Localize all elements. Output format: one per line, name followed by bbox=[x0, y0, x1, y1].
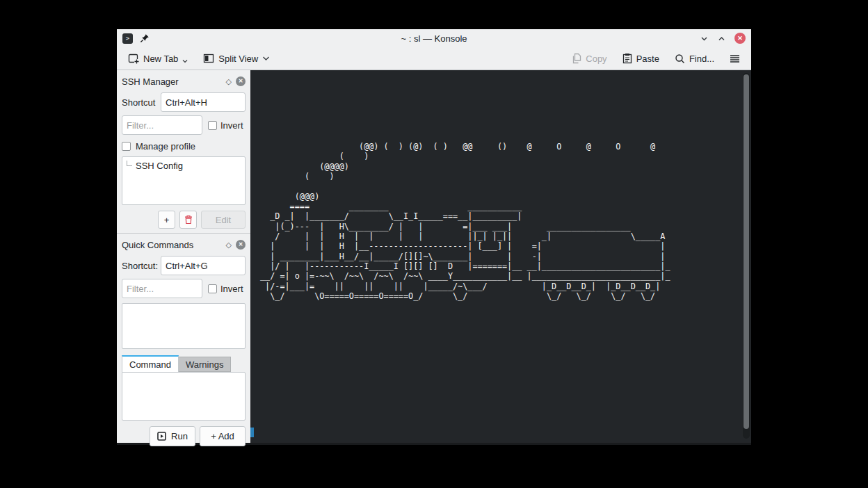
hamburger-menu-icon bbox=[730, 54, 740, 63]
split-view-button[interactable]: Split View bbox=[199, 50, 274, 67]
find-button[interactable]: Find... bbox=[670, 51, 718, 67]
copy-button[interactable]: Copy bbox=[567, 50, 611, 67]
find-label: Find... bbox=[689, 54, 714, 64]
sl-ascii-art: (@@) ( ) (@) ( ) @@ () @ O @ O @ ( ) (@@… bbox=[260, 142, 670, 302]
copy-label: Copy bbox=[586, 54, 606, 64]
new-tab-icon bbox=[128, 53, 139, 64]
chevron-down-icon bbox=[262, 56, 270, 61]
run-button[interactable]: Run bbox=[150, 426, 195, 446]
run-icon bbox=[157, 432, 166, 441]
hamburger-menu-button[interactable] bbox=[725, 51, 744, 66]
paste-button[interactable]: Paste bbox=[618, 50, 664, 67]
tab-command[interactable]: Command bbox=[122, 355, 179, 372]
close-window-button[interactable]: ✕ bbox=[734, 33, 746, 44]
terminal-display[interactable]: (@@) ( ) (@) ( ) @@ () @ O @ O @ ( ) (@@… bbox=[250, 70, 751, 443]
ssh-filter-input[interactable] bbox=[122, 115, 202, 135]
new-tab-button[interactable]: New Tab bbox=[124, 50, 192, 67]
split-view-label: Split View bbox=[218, 54, 258, 64]
scrollbar-thumb[interactable] bbox=[744, 74, 749, 429]
split-view-icon bbox=[203, 53, 214, 64]
konsole-window: > ~ : sl — Konsole ✕ New Tab bbox=[117, 29, 751, 445]
manage-profile-checkbox[interactable] bbox=[122, 142, 131, 151]
edit-ssh-button[interactable]: Edit bbox=[201, 211, 246, 229]
qc-tabbar: Command Warnings bbox=[122, 355, 246, 372]
sidebar: SSH Manager ◇ ✕ Shortcut Invert bbox=[117, 70, 250, 443]
close-panel-icon[interactable]: ✕ bbox=[236, 240, 246, 250]
tab-warnings[interactable]: Warnings bbox=[179, 357, 231, 372]
copy-icon bbox=[571, 53, 581, 64]
qc-shortcut-input[interactable] bbox=[161, 256, 246, 275]
ssh-invert-checkbox[interactable] bbox=[208, 121, 217, 130]
toolbar: New Tab Split View Copy bbox=[117, 47, 751, 70]
quick-commands-list[interactable] bbox=[122, 303, 246, 349]
tree-item-ssh-config[interactable]: SSH Config bbox=[125, 159, 242, 172]
minimize-button[interactable] bbox=[700, 34, 709, 43]
paste-icon bbox=[622, 53, 632, 64]
terminal-cursor bbox=[250, 428, 254, 437]
ssh-manager-panel: SSH Manager ◇ ✕ Shortcut Invert bbox=[117, 70, 250, 234]
plus-icon: + bbox=[164, 215, 170, 225]
caret-down-icon bbox=[182, 59, 188, 63]
manage-profile-label: Manage profile bbox=[136, 141, 195, 152]
window-title: ~ : sl — Konsole bbox=[117, 33, 751, 44]
quick-commands-panel: Quick Commands ◇ ✕ Shortcut: Invert bbox=[117, 234, 250, 450]
detach-panel-icon[interactable]: ◇ bbox=[226, 241, 232, 249]
shortcut-label: Shortcut bbox=[122, 97, 155, 108]
qc-invert-label: Invert bbox=[220, 284, 243, 294]
titlebar: > ~ : sl — Konsole ✕ bbox=[117, 29, 751, 47]
maximize-button[interactable] bbox=[717, 34, 726, 43]
paste-label: Paste bbox=[636, 54, 659, 64]
qc-filter-input[interactable] bbox=[122, 279, 202, 298]
tree-branch-icon bbox=[127, 161, 132, 166]
close-panel-icon[interactable]: ✕ bbox=[236, 76, 246, 86]
terminal-scrollbar[interactable] bbox=[743, 73, 750, 439]
ssh-manager-title: SSH Manager bbox=[122, 76, 179, 87]
shortcut-label: Shortcut: bbox=[122, 261, 158, 271]
add-ssh-button[interactable]: + bbox=[158, 211, 175, 229]
search-icon bbox=[675, 54, 685, 64]
new-tab-label: New Tab bbox=[143, 54, 178, 64]
delete-ssh-button[interactable] bbox=[179, 211, 197, 229]
ssh-invert-label: Invert bbox=[220, 120, 243, 131]
command-textarea[interactable] bbox=[122, 372, 246, 421]
trash-icon bbox=[184, 215, 193, 225]
ssh-shortcut-input[interactable] bbox=[161, 92, 246, 112]
detach-panel-icon[interactable]: ◇ bbox=[226, 78, 232, 86]
quick-commands-title: Quick Commands bbox=[122, 240, 193, 250]
qc-invert-checkbox[interactable] bbox=[208, 284, 217, 293]
add-command-button[interactable]: + Add bbox=[200, 426, 246, 446]
ssh-config-tree: SSH Config bbox=[122, 156, 246, 205]
